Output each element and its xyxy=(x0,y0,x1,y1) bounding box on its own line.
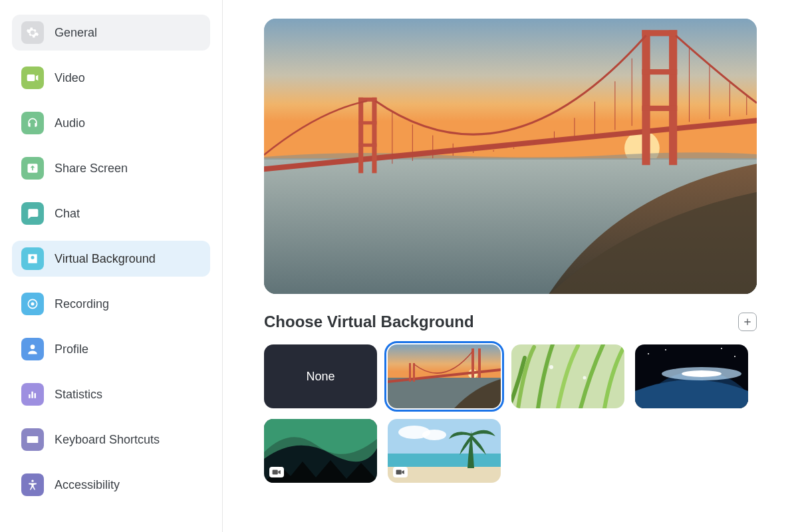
chat-bubble-icon xyxy=(21,202,44,225)
sidebar-item-accessibility[interactable]: Accessibility xyxy=(12,467,210,503)
background-preview xyxy=(264,19,757,294)
background-option-grass[interactable] xyxy=(511,344,624,408)
sidebar-item-label: Audio xyxy=(55,116,85,130)
keyboard-icon xyxy=(21,428,44,451)
video-badge-icon xyxy=(269,467,284,477)
svg-rect-11 xyxy=(642,30,650,165)
svg-rect-37 xyxy=(413,363,415,382)
background-option-earth[interactable] xyxy=(635,344,748,408)
svg-rect-52 xyxy=(273,470,278,475)
svg-point-48 xyxy=(665,349,666,350)
background-option-aurora[interactable] xyxy=(264,419,377,483)
svg-rect-36 xyxy=(409,363,411,382)
sidebar-item-video[interactable]: Video xyxy=(12,60,210,96)
svg-rect-8 xyxy=(358,98,376,102)
section-header: Choose Virtual Background xyxy=(264,313,757,331)
svg-rect-33 xyxy=(388,344,501,383)
sidebar-item-label: Statistics xyxy=(55,388,102,402)
person-icon xyxy=(21,338,44,360)
main-panel: Choose Virtual Background None xyxy=(223,0,798,532)
sidebar-item-label: Accessibility xyxy=(55,478,120,492)
sidebar-item-general[interactable]: General xyxy=(12,15,210,51)
video-badge-icon xyxy=(393,467,408,477)
section-title: Choose Virtual Background xyxy=(264,313,474,331)
svg-point-46 xyxy=(682,370,722,377)
sidebar-item-label: Recording xyxy=(55,297,109,311)
video-camera-icon xyxy=(21,66,44,89)
background-option-none[interactable]: None xyxy=(264,344,377,408)
sidebar-item-audio[interactable]: Audio xyxy=(12,105,210,141)
plus-icon xyxy=(742,317,753,327)
add-background-button[interactable] xyxy=(738,313,757,331)
svg-point-55 xyxy=(422,430,446,440)
sidebar-item-label: Chat xyxy=(55,207,80,221)
sidebar-item-label: General xyxy=(55,26,97,40)
svg-point-1 xyxy=(31,303,35,306)
sidebar-item-label: Profile xyxy=(55,342,88,356)
headphones-icon xyxy=(21,112,44,134)
svg-point-49 xyxy=(734,356,735,357)
svg-rect-9 xyxy=(358,121,376,124)
svg-rect-6 xyxy=(358,98,363,174)
background-option-golden-gate[interactable] xyxy=(388,344,501,408)
svg-point-47 xyxy=(648,353,649,354)
sidebar-item-statistics[interactable]: Statistics xyxy=(12,376,210,412)
svg-point-50 xyxy=(721,348,722,349)
svg-point-41 xyxy=(549,365,553,369)
svg-rect-13 xyxy=(642,30,677,36)
svg-rect-56 xyxy=(388,454,501,468)
none-label: None xyxy=(306,370,334,384)
svg-rect-14 xyxy=(642,69,677,74)
sidebar-item-label: Virtual Background xyxy=(55,252,156,266)
sidebar-item-keyboard-shortcuts[interactable]: Keyboard Shortcuts xyxy=(12,422,210,458)
svg-point-42 xyxy=(583,376,587,380)
svg-rect-7 xyxy=(372,98,376,174)
sidebar-item-profile[interactable]: Profile xyxy=(12,331,210,367)
svg-point-2 xyxy=(31,480,33,482)
background-option-beach[interactable] xyxy=(388,419,501,483)
svg-rect-10 xyxy=(358,144,376,147)
accessibility-icon xyxy=(21,473,44,496)
settings-sidebar: General Video Audio Share Screen Chat Vi… xyxy=(0,0,223,532)
background-thumbnails: None xyxy=(264,344,757,483)
sidebar-item-label: Video xyxy=(55,71,85,85)
sidebar-item-share-screen[interactable]: Share Screen xyxy=(12,150,210,186)
bar-chart-icon xyxy=(21,383,44,406)
svg-rect-15 xyxy=(642,106,677,111)
sidebar-item-label: Keyboard Shortcuts xyxy=(55,433,160,447)
sidebar-item-chat[interactable]: Chat xyxy=(12,196,210,231)
virtual-background-icon xyxy=(21,247,44,270)
svg-rect-58 xyxy=(396,470,402,475)
sidebar-item-virtual-background[interactable]: Virtual Background xyxy=(12,241,210,277)
record-icon xyxy=(21,293,44,315)
svg-rect-39 xyxy=(478,348,481,378)
sidebar-item-recording[interactable]: Recording xyxy=(12,286,210,322)
gear-icon xyxy=(21,21,44,44)
svg-rect-12 xyxy=(669,30,677,165)
share-screen-icon xyxy=(21,157,44,180)
sidebar-item-label: Share Screen xyxy=(55,162,128,176)
